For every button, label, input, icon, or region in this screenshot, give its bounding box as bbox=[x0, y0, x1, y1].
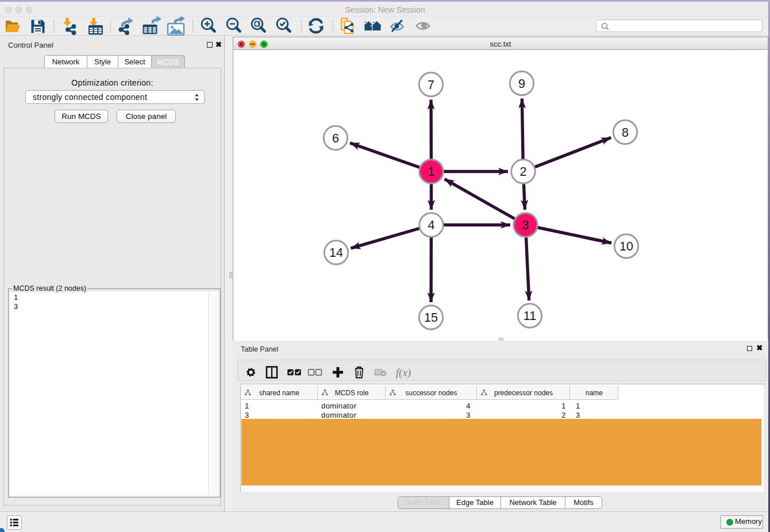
svg-text:14: 14 bbox=[329, 246, 343, 260]
svg-text:1: 1 bbox=[428, 165, 435, 179]
svg-text:2: 2 bbox=[520, 165, 527, 179]
svg-text:15: 15 bbox=[424, 311, 438, 325]
svg-text:6: 6 bbox=[332, 132, 339, 145]
svg-text:3: 3 bbox=[522, 218, 529, 232]
svg-text:10: 10 bbox=[619, 240, 633, 253]
svg-text:7: 7 bbox=[428, 78, 434, 92]
svg-text:f(x): f(x) bbox=[396, 367, 411, 379]
svg-text:9: 9 bbox=[518, 77, 525, 91]
svg-text:11: 11 bbox=[523, 309, 536, 323]
svg-text:8: 8 bbox=[622, 126, 629, 140]
svg-text:4: 4 bbox=[428, 218, 435, 232]
